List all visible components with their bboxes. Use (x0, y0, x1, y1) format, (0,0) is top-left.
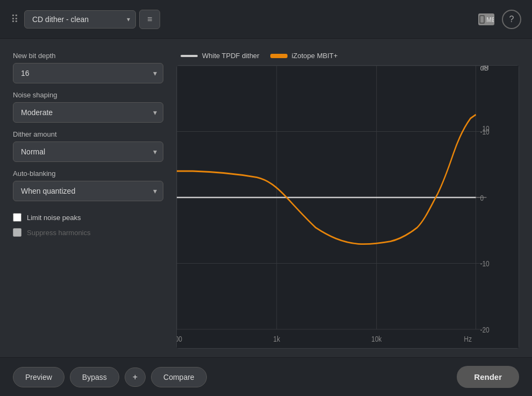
bit-depth-select[interactable]: 16 24 32 (13, 63, 163, 83)
bypass-button[interactable]: Bypass (70, 367, 119, 387)
bit-depth-label: New bit depth (13, 52, 163, 60)
limit-noise-peaks-checkbox[interactable] (13, 213, 21, 222)
grid-icon: ⠿ (11, 13, 19, 26)
plus-button[interactable]: + (125, 367, 146, 387)
header-left: ⠿ CD dither - clean ▾ ≡ (11, 10, 160, 29)
svg-text:0: 0 (480, 194, 484, 202)
limit-noise-peaks-row[interactable]: Limit noise peaks (13, 213, 163, 222)
svg-text:10k: 10k (371, 335, 382, 343)
menu-button[interactable]: ≡ (139, 10, 160, 29)
chart-overlay: dB -10 0 -10 -20 -20 10 100 1k 10k Hz (177, 66, 519, 348)
chart-area: dB -10 0 -10 -20 10 -20 100 1k 10k Hz (176, 65, 519, 349)
svg-text:-10: -10 (480, 259, 489, 268)
white-tpdf-label: White TPDF dither (202, 52, 260, 60)
auto-blanking-select[interactable]: Off When quantized Always (13, 181, 163, 201)
auto-blanking-select-wrapper[interactable]: Off When quantized Always (13, 181, 163, 201)
compare-button[interactable]: Compare (151, 367, 207, 387)
right-panel: White TPDF dither iZotope MBIT+ (176, 52, 519, 349)
preset-dropdown[interactable]: CD dither - clean (25, 11, 121, 28)
preset-selector[interactable]: CD dither - clean ▾ (24, 10, 136, 29)
auto-blanking-field: Auto-blanking Off When quantized Always (13, 169, 163, 201)
chevron-down-icon: ▾ (121, 11, 135, 27)
footer-left: Preview Bypass + Compare (13, 367, 207, 387)
svg-text:Hz: Hz (464, 335, 472, 343)
suppress-harmonics-checkbox (13, 228, 21, 237)
dither-amount-label: Dither amount (13, 130, 163, 138)
svg-text:100: 100 (177, 335, 182, 343)
preview-button[interactable]: Preview (13, 367, 64, 387)
noise-shaping-label: Noise shaping (13, 91, 163, 99)
left-panel: New bit depth 16 24 32 Noise shaping Non… (13, 52, 163, 349)
help-button[interactable]: ? (502, 10, 521, 29)
svg-text:-20: -20 (480, 66, 488, 70)
svg-text:MBIT+: MBIT+ (486, 16, 494, 24)
svg-text:1k: 1k (274, 335, 281, 343)
white-tpdf-line-icon (181, 55, 198, 57)
header-right: MBIT+ ? (478, 10, 521, 29)
render-button[interactable]: Render (457, 366, 519, 388)
noise-shaping-field: Noise shaping None Low Moderate High (13, 91, 163, 123)
svg-text:-20: -20 (480, 326, 489, 334)
dither-amount-select[interactable]: Low Normal High (13, 142, 163, 162)
bit-depth-field: New bit depth 16 24 32 (13, 52, 163, 83)
limit-noise-peaks-label: Limit noise peaks (27, 214, 81, 222)
footer: Preview Bypass + Compare Render (0, 357, 532, 396)
main-content: New bit depth 16 24 32 Noise shaping Non… (0, 39, 532, 357)
header: ⠿ CD dither - clean ▾ ≡ MBIT+ ? (0, 0, 532, 39)
brand-logo: MBIT+ (478, 13, 494, 25)
chart-legend: White TPDF dither iZotope MBIT+ (176, 52, 519, 60)
suppress-harmonics-label: Suppress harmonics (27, 229, 91, 237)
dither-amount-select-wrapper[interactable]: Low Normal High (13, 142, 163, 162)
suppress-harmonics-row: Suppress harmonics (13, 228, 163, 237)
izotope-label: iZotope MBIT+ (292, 52, 338, 60)
legend-white-tpdf: White TPDF dither (181, 52, 260, 60)
legend-izotope: iZotope MBIT+ (270, 52, 338, 60)
izotope-line-icon (270, 54, 287, 58)
noise-shaping-select-wrapper[interactable]: None Low Moderate High (13, 102, 163, 123)
svg-rect-25 (177, 66, 519, 348)
bit-depth-select-wrapper[interactable]: 16 24 32 (13, 63, 163, 83)
noise-shaping-select[interactable]: None Low Moderate High (13, 102, 163, 123)
svg-rect-1 (480, 16, 484, 23)
logo-icon: MBIT+ (478, 13, 494, 25)
auto-blanking-label: Auto-blanking (13, 169, 163, 178)
svg-text:10: 10 (482, 125, 489, 133)
dither-amount-field: Dither amount Low Normal High (13, 130, 163, 162)
